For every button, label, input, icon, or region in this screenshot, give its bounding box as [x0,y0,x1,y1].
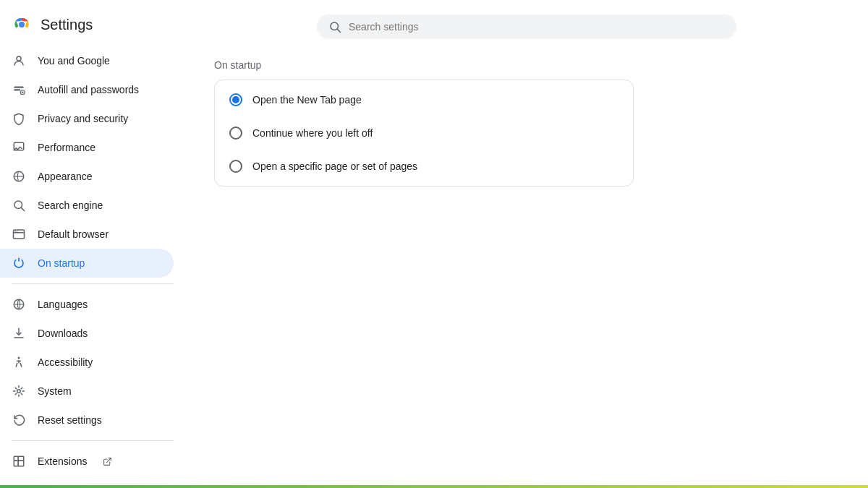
sidebar-label: Autofill and passwords [38,84,139,95]
reset-icon [12,413,26,427]
sidebar-item-you-and-google[interactable]: You and Google [0,46,174,75]
search-icon [12,198,26,213]
power-icon [12,256,26,270]
svg-point-25 [17,390,21,393]
sidebar-label: You and Google [38,55,110,67]
browser-icon [12,227,26,241]
svg-point-16 [17,231,18,232]
sidebar-item-accessibility[interactable]: Accessibility [0,348,174,377]
sidebar-item-about-chrome[interactable]: About Chrome [0,476,174,485]
section-title: On startup [214,59,839,71]
option-label-specific-page: Open a specific page or set of pages [252,160,417,172]
divider-2 [12,440,174,441]
option-continue[interactable]: Continue where you left off [215,116,633,150]
svg-line-24 [20,364,22,367]
sidebar-label: Default browser [38,228,109,240]
radio-continue[interactable] [229,127,242,140]
svg-line-34 [337,29,340,32]
sidebar-item-on-startup[interactable]: On startup [0,249,174,278]
sidebar-item-search-engine[interactable]: Search engine [0,191,174,220]
shield-icon [12,111,26,126]
autofill-icon [12,82,26,97]
svg-line-30 [107,458,111,462]
sidebar-label: About Chrome [38,484,103,485]
radio-new-tab[interactable] [229,93,242,106]
sidebar-item-performance[interactable]: Performance [0,133,174,162]
main-content: On startup Open the New Tab page Continu… [185,0,868,485]
option-label-new-tab: Open the New Tab page [252,94,362,106]
system-icon [12,384,26,398]
sidebar-item-extensions[interactable]: Extensions [0,447,174,476]
search-bar[interactable] [317,14,736,39]
search-bar-container [214,14,839,39]
sidebar: Settings You and Google Autofill and pas… [0,0,185,485]
svg-rect-4 [14,87,24,88]
chrome-logo-icon [12,14,32,35]
sidebar-item-downloads[interactable]: Downloads [0,319,174,348]
search-input[interactable] [349,21,725,33]
divider-1 [12,283,174,284]
svg-point-15 [14,231,16,232]
external-link-icon [103,457,112,466]
svg-point-20 [18,357,20,359]
svg-rect-5 [14,89,20,90]
option-specific-page[interactable]: Open a specific page or set of pages [215,150,633,183]
accessibility-icon [12,355,26,369]
sidebar-label: Appearance [38,171,93,182]
radio-inner-new-tab [232,96,239,103]
svg-rect-28 [18,461,24,466]
svg-point-2 [19,22,25,27]
bottom-bar [0,485,868,488]
sidebar-item-system[interactable]: System [0,377,174,406]
extensions-icon [12,454,26,468]
about-chrome-icon [12,483,26,485]
sidebar-label: System [38,385,72,397]
svg-line-23 [16,364,17,367]
option-label-continue: Continue where you left off [252,127,373,139]
page-title: Settings [41,17,93,33]
sidebar-item-languages[interactable]: Languages [0,290,174,319]
sidebar-label: Extensions [38,455,87,467]
sidebar-label: Reset settings [38,414,102,426]
language-icon [12,297,26,312]
sidebar-label: Accessibility [38,356,93,368]
sidebar-item-autofill[interactable]: Autofill and passwords [0,75,174,104]
sidebar-label: Search engine [38,200,103,211]
svg-point-3 [17,56,21,61]
sidebar-item-default-browser[interactable]: Default browser [0,220,174,249]
sidebar-item-privacy-security[interactable]: Privacy and security [0,104,174,133]
on-startup-section: On startup Open the New Tab page Continu… [214,59,839,187]
sidebar-label: Languages [38,299,88,310]
svg-rect-26 [14,461,18,466]
appearance-icon [12,169,26,184]
performance-icon [12,140,26,155]
search-bar-icon [328,20,341,33]
sidebar-label: Privacy and security [38,113,128,124]
download-icon [12,326,26,341]
sidebar-header: Settings [0,6,185,46]
sidebar-label: Performance [38,142,95,153]
person-icon [12,53,26,68]
option-new-tab[interactable]: Open the New Tab page [215,83,633,116]
svg-rect-29 [14,456,18,461]
svg-line-12 [21,207,24,210]
sidebar-item-appearance[interactable]: Appearance [0,162,174,191]
sidebar-label: Downloads [38,328,88,339]
svg-rect-27 [18,456,24,461]
sidebar-item-reset-settings[interactable]: Reset settings [0,406,174,435]
startup-options-card: Open the New Tab page Continue where you… [214,80,634,187]
radio-specific-page[interactable] [229,160,242,173]
sidebar-label: On startup [38,257,85,269]
